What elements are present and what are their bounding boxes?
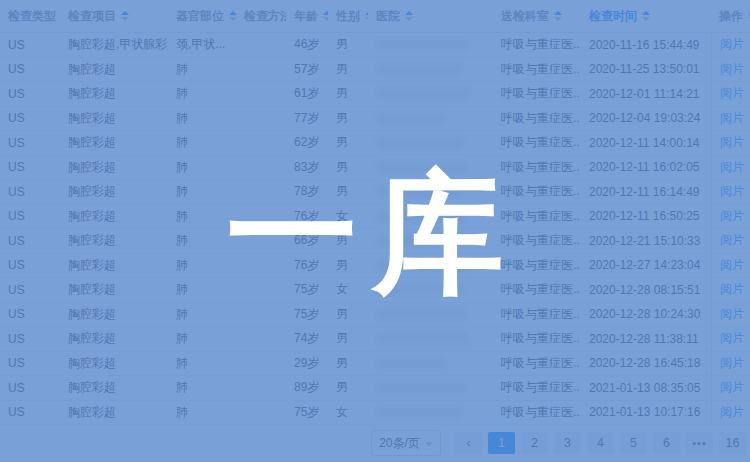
table-row[interactable]: US 胸腔彩超 肺 74岁 男 呼吸与重症医... 2020-12-28 11:… (0, 327, 750, 352)
view-images-link[interactable]: 阅片 (720, 183, 744, 200)
page-button[interactable]: 6 (653, 432, 680, 454)
sort-asc-icon (229, 11, 236, 15)
cell-age: 75岁 (286, 278, 328, 302)
cell-method (236, 180, 286, 204)
table-row[interactable]: US 胸腔彩超 肺 78岁 男 呼吸与重症医... 2020-12-11 16:… (0, 180, 750, 205)
table-row[interactable]: US 胸腔彩超 肺 76岁 男 呼吸与重症医... 2020-12-27 14:… (0, 254, 750, 279)
cell-gender: 男 (328, 180, 368, 204)
view-images-link[interactable]: 阅片 (720, 257, 744, 274)
view-images-link[interactable]: 阅片 (720, 232, 744, 249)
cell-gender: 女 (328, 278, 368, 302)
cell-exam-type: US (0, 229, 60, 253)
table-row[interactable]: US 胸腔彩超 肺 29岁 男 呼吸与重症医... 2020-12-28 16:… (0, 352, 750, 377)
view-images-link[interactable]: 阅片 (720, 159, 744, 176)
cell-department: 呼吸与重症医... (493, 58, 581, 82)
cell-organ: 肺 (168, 58, 236, 82)
sort-carets-icon[interactable] (554, 11, 562, 21)
cell-action: 阅片 (711, 82, 750, 106)
table-row[interactable]: US 胸腔彩超 肺 75岁 女 呼吸与重症医... 2020-12-28 08:… (0, 278, 750, 303)
table-row[interactable]: US 胸腔彩超,甲状腺彩超 颈,甲状... 46岁 男 呼吸与重症医... 20… (0, 33, 750, 58)
redacted-hospital-text (376, 162, 468, 173)
cell-exam-item: 胸腔彩超 (60, 352, 168, 376)
column-header-label: 检查时间 (589, 8, 637, 25)
page-button[interactable]: 16 (719, 432, 746, 454)
cell-age: 74岁 (286, 327, 328, 351)
column-header[interactable]: 检查时间 (581, 0, 711, 32)
cell-exam-type: US (0, 401, 60, 425)
column-header: 检查项目 (60, 0, 168, 32)
view-images-link[interactable]: 阅片 (720, 281, 744, 298)
redacted-hospital-text (376, 407, 462, 418)
page-button[interactable]: 3 (554, 432, 581, 454)
cell-hospital (368, 205, 493, 229)
view-images-link[interactable]: 阅片 (720, 208, 744, 225)
page-button[interactable]: 2 (521, 432, 548, 454)
cell-organ: 肺 (168, 82, 236, 106)
table-row[interactable]: US 胸腔彩超 肺 83岁 男 呼吸与重症医... 2020-12-11 16:… (0, 156, 750, 181)
cell-gender: 男 (328, 376, 368, 400)
cell-action: 阅片 (711, 156, 750, 180)
cell-exam-item: 胸腔彩超 (60, 401, 168, 425)
cell-action: 阅片 (711, 376, 750, 400)
sort-desc-icon (554, 17, 562, 21)
cell-method (236, 82, 286, 106)
view-images-link[interactable]: 阅片 (720, 61, 744, 78)
column-header-label: 送检科室 (501, 8, 549, 25)
cell-exam-type: US (0, 303, 60, 327)
sort-carets-icon[interactable] (642, 11, 650, 21)
cell-hospital (368, 401, 493, 425)
cell-method (236, 278, 286, 302)
column-header: 器官部位 (168, 0, 236, 32)
cell-action: 阅片 (711, 131, 750, 155)
view-images-link[interactable]: 阅片 (720, 330, 744, 347)
prev-page-button[interactable]: ‹ (455, 432, 482, 454)
table-header-row: 检查类型 检查项目 器官部位 检查方法 年龄 性别 (0, 0, 750, 33)
page-size-select[interactable]: 20条/页 (371, 430, 441, 456)
view-images-link[interactable]: 阅片 (720, 110, 744, 127)
table-row[interactable]: US 胸腔彩超 肺 75岁 男 呼吸与重症医... 2020-12-28 10:… (0, 303, 750, 328)
cell-hospital (368, 278, 493, 302)
cell-organ: 肺 (168, 327, 236, 351)
page-button[interactable]: 4 (587, 432, 614, 454)
cell-exam-type: US (0, 131, 60, 155)
redacted-hospital-text (376, 39, 468, 50)
cell-action: 阅片 (711, 401, 750, 425)
sort-carets-icon[interactable] (121, 11, 129, 21)
cell-hospital (368, 352, 493, 376)
view-images-link[interactable]: 阅片 (720, 36, 744, 53)
cell-exam-time: 2020-12-11 14:00:14 (581, 131, 711, 155)
cell-hospital (368, 376, 493, 400)
view-images-link[interactable]: 阅片 (720, 85, 744, 102)
page-button[interactable]: 1 (488, 432, 515, 454)
cell-department: 呼吸与重症医... (493, 82, 581, 106)
redacted-hospital-text (376, 284, 464, 295)
page-size-label: 20条/页 (379, 435, 420, 452)
cell-method (236, 327, 286, 351)
sort-carets-icon[interactable] (229, 11, 236, 21)
cell-action: 阅片 (711, 107, 750, 131)
redacted-hospital-text (376, 358, 446, 369)
view-images-link[interactable]: 阅片 (720, 355, 744, 372)
table-row[interactable]: US 胸腔彩超 肺 62岁 男 呼吸与重症医... 2020-12-11 14:… (0, 131, 750, 156)
more-pages-button[interactable]: ••• (686, 432, 713, 454)
table-row[interactable]: US 胸腔彩超 肺 61岁 男 呼吸与重症医... 2020-12-01 11:… (0, 82, 750, 107)
cell-department: 呼吸与重症医... (493, 327, 581, 351)
cell-method (236, 156, 286, 180)
view-images-link[interactable]: 阅片 (720, 379, 744, 396)
cell-exam-item: 胸腔彩超 (60, 376, 168, 400)
view-images-link[interactable]: 阅片 (720, 134, 744, 151)
sort-asc-icon (642, 11, 650, 15)
view-images-link[interactable]: 阅片 (720, 306, 744, 323)
cell-gender: 男 (328, 58, 368, 82)
table-row[interactable]: US 胸腔彩超 肺 75岁 女 呼吸与重症医... 2021-01-13 10:… (0, 401, 750, 426)
view-images-link[interactable]: 阅片 (720, 404, 744, 421)
cell-gender: 男 (328, 107, 368, 131)
table-row[interactable]: US 胸腔彩超 肺 77岁 男 呼吸与重症医... 2020-12-04 19:… (0, 107, 750, 132)
column-header-label: 检查方法 (244, 8, 286, 25)
table-row[interactable]: US 胸腔彩超 肺 89岁 男 呼吸与重症医... 2021-01-13 08:… (0, 376, 750, 401)
table-row[interactable]: US 胸腔彩超 肺 76岁 女 呼吸与重症医... 2020-12-11 16:… (0, 205, 750, 230)
table-row[interactable]: US 胸腔彩超 肺 57岁 男 呼吸与重症医... 2020-11-25 13:… (0, 58, 750, 83)
sort-carets-icon[interactable] (405, 11, 413, 21)
table-row[interactable]: US 胸腔彩超 肺 66岁 男 呼吸与重症医... 2020-12-21 15:… (0, 229, 750, 254)
page-button[interactable]: 5 (620, 432, 647, 454)
